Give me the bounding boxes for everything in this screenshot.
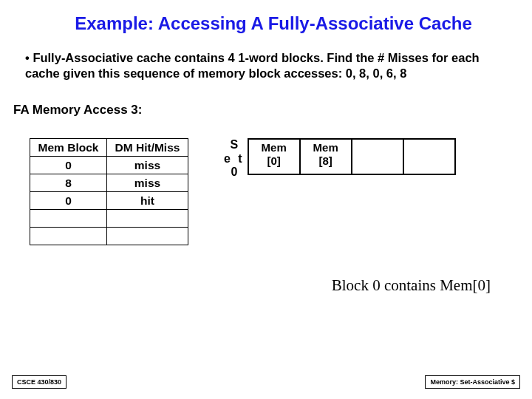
set-cell xyxy=(352,139,403,174)
set-table: Mem[0] Mem[8] xyxy=(248,138,456,175)
page-title: Example: Accessing A Fully-Associative C… xyxy=(0,0,532,34)
cell-mb xyxy=(30,210,107,228)
set-label-line: S xyxy=(224,138,245,151)
table-row xyxy=(30,228,188,245)
set-cell: Mem[0] xyxy=(248,139,300,174)
cell-hm xyxy=(107,210,188,228)
table-row: Mem Block DM Hit/Miss xyxy=(30,139,188,157)
cell-hm: hit xyxy=(107,192,188,210)
access-table: Mem Block DM Hit/Miss 0 miss 8 miss 0 hi… xyxy=(30,138,188,245)
cell-mb: 8 xyxy=(30,174,107,192)
table-row: 0 miss xyxy=(30,157,188,174)
cell-hm: miss xyxy=(107,157,188,174)
table-row xyxy=(30,210,188,228)
footer-right: Memory: Set-Associative $ xyxy=(425,375,520,389)
cell-mb: 0 xyxy=(30,192,107,210)
set-cell xyxy=(403,139,455,174)
footer: CSCE 430/830 Memory: Set-Associative $ xyxy=(0,375,532,389)
bullet-text: Fully-Associative cache contains 4 1-wor… xyxy=(25,51,480,80)
header-memblock: Mem Block xyxy=(30,139,107,157)
set-label-line: e t xyxy=(224,152,245,166)
cell-hm xyxy=(107,228,188,245)
table-row: 8 miss xyxy=(30,174,188,192)
cell-mb: 0 xyxy=(30,157,107,174)
set-cell: Mem[8] xyxy=(300,139,352,174)
tables-row: Mem Block DM Hit/Miss 0 miss 8 miss 0 hi… xyxy=(0,117,532,245)
table-row: Mem[0] Mem[8] xyxy=(248,139,455,174)
footer-left: CSCE 430/830 xyxy=(12,375,66,389)
table-row: 0 hit xyxy=(30,192,188,210)
subheading: FA Memory Access 3: xyxy=(0,81,532,117)
cell-mb xyxy=(30,228,107,245)
cell-hm: miss xyxy=(107,174,188,192)
set-label-line: 0 xyxy=(224,166,245,179)
bullet-list: Fully-Associative cache contains 4 1-wor… xyxy=(0,34,532,81)
caption: Block 0 contains Mem[0] xyxy=(0,245,532,295)
cache-set-block: S e t 0 Mem[0] Mem[8] xyxy=(224,138,456,179)
header-hitmiss: DM Hit/Miss xyxy=(107,139,188,157)
set-label: S e t 0 xyxy=(224,138,245,179)
